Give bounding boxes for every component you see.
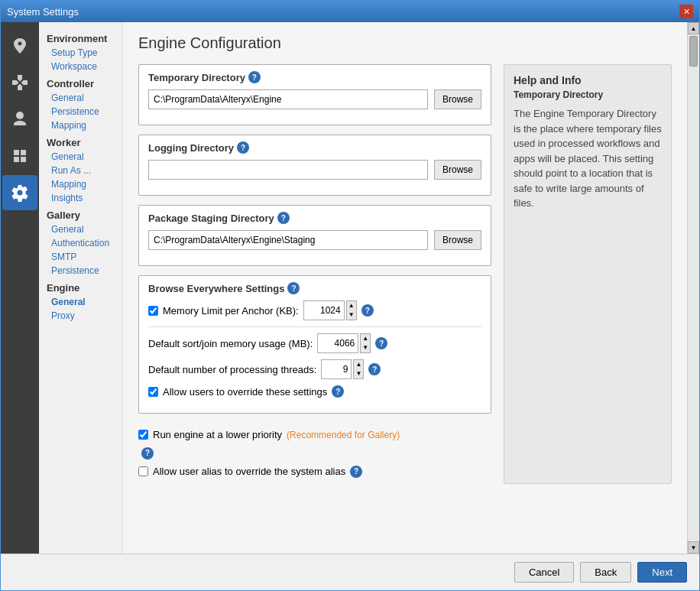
sidebar-item-worker-general[interactable]: General xyxy=(39,150,122,164)
memory-limit-row: Memory Limit per Anchor (KB): 1024 ▲ ▼ ? xyxy=(148,300,481,320)
sidebar-item-worker-insights[interactable]: Insights xyxy=(39,191,122,205)
override-label: Allow users to override these settings xyxy=(163,386,327,398)
scroll-thumb[interactable] xyxy=(689,36,698,67)
sidebar-item-controller-general[interactable]: General xyxy=(39,91,122,105)
run-priority-row: Run engine at a lower priority (Recommen… xyxy=(138,429,491,440)
divider-1 xyxy=(148,326,481,327)
sidebar-icon-worker[interactable] xyxy=(2,102,37,137)
pkg-staging-row: Browse xyxy=(148,230,481,250)
sidebar-item-engine-proxy[interactable]: Proxy xyxy=(39,309,122,323)
sort-join-info-icon[interactable]: ? xyxy=(375,337,387,349)
system-settings-window: System Settings ✕ Environment Se xyxy=(0,0,700,591)
scroll-down-arrow[interactable]: ▼ xyxy=(688,541,699,554)
sidebar-icons xyxy=(1,22,39,554)
temp-dir-browse-button[interactable]: Browse xyxy=(434,89,481,109)
temp-dir-group: Temporary Directory ? C:\ProgramData\Alt… xyxy=(138,64,491,125)
pkg-staging-info-icon[interactable]: ? xyxy=(277,212,290,224)
sidebar-icon-environment[interactable] xyxy=(2,28,37,63)
title-bar: System Settings ✕ xyxy=(1,1,699,22)
allow-alias-info-icon[interactable]: ? xyxy=(350,466,362,478)
run-priority-label: Run engine at a lower priority xyxy=(153,429,282,440)
sort-join-spinbox: 4066 ▲ ▼ xyxy=(317,333,371,353)
sidebar-icon-engine[interactable] xyxy=(2,175,37,210)
memory-limit-info-icon[interactable]: ? xyxy=(361,304,374,317)
browse-everywhere-info-icon[interactable]: ? xyxy=(287,282,300,294)
sidebar-section-engine: Engine xyxy=(39,278,122,295)
sidebar-item-gallery-smtp[interactable]: SMTP xyxy=(39,250,122,264)
cancel-button[interactable]: Cancel xyxy=(514,562,574,583)
recommended-text: (Recommended for Gallery) xyxy=(287,430,400,440)
sidebar-item-worker-mapping[interactable]: Mapping xyxy=(39,177,122,191)
sort-join-up-arrow[interactable]: ▲ xyxy=(361,334,370,343)
memory-limit-spinbox: 1024 ▲ ▼ xyxy=(303,300,357,320)
sort-join-label: Default sort/join memory usage (MB): xyxy=(148,338,313,349)
sidebar-text: Environment Setup Type Workspace Control… xyxy=(39,22,123,554)
sort-join-input[interactable]: 4066 xyxy=(317,333,358,353)
log-dir-label: Logging Directory xyxy=(148,142,234,154)
allow-alias-label: Allow user alias to override the system … xyxy=(153,466,345,477)
back-button[interactable]: Back xyxy=(580,562,631,583)
window-title: System Settings xyxy=(7,6,79,18)
page-title: Engine Configuration xyxy=(138,34,672,52)
threads-spinbox: 9 ▲ ▼ xyxy=(321,359,364,379)
sidebar-section-environment: Environment xyxy=(39,28,122,46)
pkg-staging-input[interactable] xyxy=(148,230,428,250)
sidebar-item-controller-persistence[interactable]: Persistence xyxy=(39,105,122,119)
scroll-up-arrow[interactable]: ▲ xyxy=(688,22,699,34)
log-dir-info-icon[interactable]: ? xyxy=(237,141,249,154)
sort-join-arrows: ▲ ▼ xyxy=(360,333,371,353)
log-dir-legend: Logging Directory ? xyxy=(148,141,481,154)
next-button[interactable]: Next xyxy=(637,562,687,583)
browse-everywhere-label: Browse Everywhere Settings xyxy=(148,283,284,294)
footer: Cancel Back Next xyxy=(1,554,699,590)
threads-down-arrow[interactable]: ▼ xyxy=(354,369,363,378)
form-area: Temporary Directory ? C:\ProgramData\Alt… xyxy=(138,64,672,484)
sidebar-item-setup-type[interactable]: Setup Type xyxy=(39,46,122,60)
threads-info-icon[interactable]: ? xyxy=(368,363,381,375)
threads-label: Default number of processing threads: xyxy=(148,364,316,375)
memory-limit-input[interactable]: 1024 xyxy=(303,300,345,320)
temp-dir-row: C:\ProgramData\Alteryx\Engine Browse xyxy=(148,89,481,109)
log-dir-browse-button[interactable]: Browse xyxy=(434,160,481,180)
pkg-staging-browse-button[interactable]: Browse xyxy=(434,230,481,250)
sidebar-icon-gallery[interactable] xyxy=(2,138,37,174)
sidebar-item-controller-mapping[interactable]: Mapping xyxy=(39,119,122,132)
sidebar-item-gallery-general[interactable]: General xyxy=(39,222,122,236)
memory-limit-arrows: ▲ ▼ xyxy=(346,300,357,320)
help-title: Help and Info xyxy=(514,74,662,86)
close-button[interactable]: ✕ xyxy=(679,5,693,18)
memory-limit-down-arrow[interactable]: ▼ xyxy=(347,310,356,320)
threads-arrows: ▲ ▼ xyxy=(353,359,364,379)
sort-join-row: Default sort/join memory usage (MB): 406… xyxy=(148,333,481,353)
threads-input[interactable]: 9 xyxy=(321,359,352,379)
memory-limit-checkbox[interactable] xyxy=(148,306,158,316)
log-dir-input[interactable] xyxy=(148,160,428,180)
help-panel: Help and Info Temporary Directory The En… xyxy=(504,64,672,484)
memory-limit-label: Memory Limit per Anchor (KB): xyxy=(163,305,299,317)
sidebar-item-gallery-authentication[interactable]: Authentication xyxy=(39,236,122,250)
temp-dir-input[interactable]: C:\ProgramData\Alteryx\Engine xyxy=(148,89,428,109)
run-priority-section: Run engine at a lower priority (Recommen… xyxy=(138,423,491,466)
sidebar-item-engine-general[interactable]: General xyxy=(39,295,122,309)
log-dir-row: Browse xyxy=(148,160,481,180)
sidebar-item-worker-runas[interactable]: Run As ... xyxy=(39,164,122,177)
main-content: Engine Configuration Temporary Directory… xyxy=(123,22,687,554)
sidebar-item-workspace[interactable]: Workspace xyxy=(39,60,122,73)
sidebar-icon-controller[interactable] xyxy=(2,65,37,100)
memory-limit-up-arrow[interactable]: ▲ xyxy=(347,301,356,310)
sidebar-item-gallery-persistence[interactable]: Persistence xyxy=(39,264,122,278)
override-info-icon[interactable]: ? xyxy=(332,385,344,398)
sidebar-section-worker: Worker xyxy=(39,132,122,150)
allow-alias-checkbox[interactable] xyxy=(138,466,148,476)
override-checkbox[interactable] xyxy=(148,387,158,397)
scrollbar-right: ▲ ▼ xyxy=(687,22,699,554)
threads-up-arrow[interactable]: ▲ xyxy=(354,360,363,369)
sort-join-down-arrow[interactable]: ▼ xyxy=(361,343,370,352)
run-priority-checkbox[interactable] xyxy=(138,430,148,440)
run-priority-info-icon[interactable]: ? xyxy=(141,447,154,459)
browse-everywhere-legend: Browse Everywhere Settings ? xyxy=(148,282,481,294)
temp-dir-info-icon[interactable]: ? xyxy=(248,71,261,83)
browse-everywhere-group: Browse Everywhere Settings ? Memory Limi… xyxy=(138,275,491,414)
pkg-staging-group: Package Staging Directory ? Browse xyxy=(138,205,491,266)
help-body: The Engine Temporary Directory is the pl… xyxy=(514,106,662,211)
